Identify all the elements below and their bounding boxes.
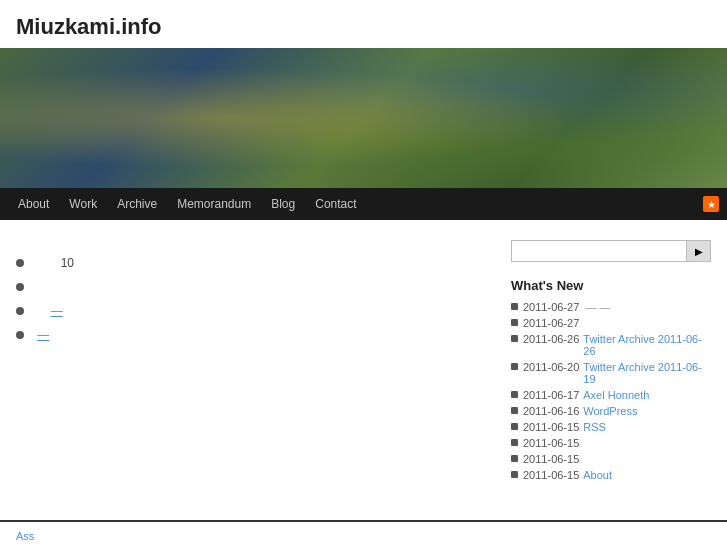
news-date: 2011-06-27 [523,317,579,329]
list-item: 10 [16,256,495,270]
list-item: — [16,328,495,342]
news-item: 2011-06-15 [511,437,711,449]
nav-item-memorandum[interactable]: Memorandum [167,189,261,219]
news-date: 2011-06-20 [523,361,579,373]
news-link[interactable]: Twitter Archive 2011-06-26 [583,333,711,357]
news-item: 2011-06-17 Axel Honneth [511,389,711,401]
news-link[interactable]: RSS [583,421,606,433]
news-item: 2011-06-26 Twitter Archive 2011-06-26 [511,333,711,357]
nav-item-contact[interactable]: Contact [305,189,366,219]
news-link[interactable]: Axel Honneth [583,389,649,401]
news-date: 2011-06-27 [523,301,579,313]
news-bullet [511,471,518,478]
nav-links: About Work Archive Memorandum Blog Conta… [0,189,367,219]
sidebar: ▶ What's New 2011-06-27 — — 2011-06-27 2… [511,236,711,504]
news-bullet [511,455,518,462]
bullet-text [34,280,37,294]
whats-new-heading: What's New [511,278,711,293]
news-date: 2011-06-16 [523,405,579,417]
bullet-text: — [34,304,63,318]
news-date: 2011-06-26 [523,333,579,345]
news-bullet [511,363,518,370]
news-bullet [511,439,518,446]
news-dashes: — — [585,301,610,313]
news-bullet [511,319,518,326]
bullet-list: 10 — — [16,256,495,342]
bullet-text: 10 [34,256,74,270]
news-item: 2011-06-16 WordPress [511,405,711,417]
news-date: 2011-06-15 [523,421,579,433]
news-item: 2011-06-20 Twitter Archive 2011-06-19 [511,361,711,385]
nav-item-work[interactable]: Work [59,189,107,219]
site-title: Miuzkami.info [16,14,161,39]
bullet-dot [16,283,24,291]
nav-item-blog[interactable]: Blog [261,189,305,219]
news-bullet [511,335,518,342]
news-item: 2011-06-15 About [511,469,711,481]
news-link[interactable]: About [583,469,612,481]
bullet-dot [16,307,24,315]
news-link[interactable]: WordPress [583,405,637,417]
list-item [16,280,495,294]
footer-link[interactable]: Ass [16,530,34,542]
bullet-dot [16,331,24,339]
news-item: 2011-06-27 — — [511,301,711,313]
hero-image [0,48,727,188]
news-bullet [511,391,518,398]
nav-item-archive[interactable]: Archive [107,189,167,219]
bullet-dot [16,259,24,267]
news-link[interactable]: Twitter Archive 2011-06-19 [583,361,711,385]
news-date: 2011-06-15 [523,469,579,481]
main-content: 10 — — [0,220,727,520]
news-item: 2011-06-27 [511,317,711,329]
news-item: 2011-06-15 RSS [511,421,711,433]
site-header: Miuzkami.info [0,0,727,48]
news-bullet [511,423,518,430]
search-input[interactable] [511,240,687,262]
navigation: About Work Archive Memorandum Blog Conta… [0,188,727,220]
list-item: — [16,304,495,318]
news-item: 2011-06-15 [511,453,711,465]
bullet-link[interactable]: — [51,304,63,318]
nav-item-about[interactable]: About [8,189,59,219]
news-date: 2011-06-15 [523,453,579,465]
search-box: ▶ [511,240,711,262]
hero-overlay [0,48,727,188]
search-button[interactable]: ▶ [687,240,711,262]
footer: Ass [0,520,727,545]
news-bullet [511,407,518,414]
content-area: 10 — — [16,236,495,504]
news-list: 2011-06-27 — — 2011-06-27 2011-06-26 Twi… [511,301,711,481]
news-bullet [511,303,518,310]
news-date: 2011-06-15 [523,437,579,449]
bullet-link[interactable]: — [37,328,49,342]
rss-icon[interactable]: ★ [703,196,719,212]
bullet-num: 10 [61,256,74,270]
news-date: 2011-06-17 [523,389,579,401]
bullet-text: — [34,328,49,342]
